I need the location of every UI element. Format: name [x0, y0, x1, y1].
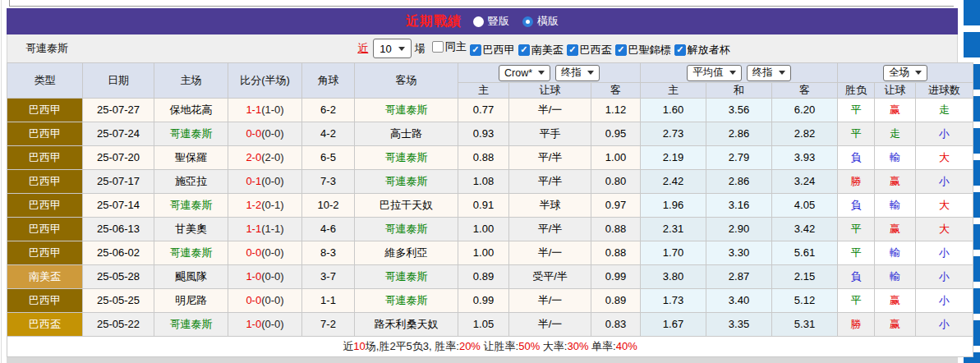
cell-date: 25-07-24	[83, 122, 154, 146]
summary-text: 大率:	[540, 340, 567, 352]
cell-handicap: 半/一	[509, 241, 591, 265]
filter-checkbox-item: ✓解放者杯	[674, 43, 730, 57]
summary-text: 近	[343, 340, 353, 352]
cell-date: 25-06-02	[83, 241, 154, 265]
checkbox-checked-icon[interactable]: ✓	[615, 44, 627, 56]
recent-count-select[interactable]: 10	[373, 39, 411, 58]
radio-selected-icon[interactable]	[522, 16, 533, 27]
results-table: 类型 日期 主场 比分(半场) 角球 客场 Crow* 终指	[7, 62, 973, 357]
sub-header-handicap: 让球	[509, 83, 591, 99]
cell-away-team: 哥連泰斯	[355, 289, 458, 313]
cell-away-team: 路禾利桑天奴	[355, 313, 458, 337]
results-tbody: 巴西甲25-07-27保地花高1-1(1-0)6-2哥連泰斯0.77半/一1.1…	[7, 99, 973, 337]
cell-score: 0-0(0-0)	[228, 122, 302, 146]
cell-result-goals: 走	[916, 99, 973, 122]
fulltime-select[interactable]: 全场	[883, 65, 927, 81]
cell-score: 0-0(0-0)	[228, 241, 302, 265]
col-header-corner: 角球	[302, 63, 355, 99]
filter-checkbox-item: ✓巴西盃	[567, 43, 612, 57]
cell-date: 25-05-22	[83, 313, 154, 337]
fulltime-score: 1-0	[246, 270, 261, 283]
cell-corners: 6-5	[302, 146, 355, 170]
cell-away-team: 哥連泰斯	[355, 99, 458, 122]
cell-avg-draw: 2.86	[706, 122, 772, 146]
radio-horizontal-label: 橫版	[537, 14, 559, 29]
fulltime-score: 1-1	[246, 103, 261, 116]
cell-handicap: 半球	[509, 194, 591, 218]
fulltime-score: 1-2	[246, 199, 261, 211]
cell-avg-home: 2.42	[641, 170, 706, 194]
cell-avg-home: 1.73	[641, 289, 706, 313]
cell-avg-home: 2.31	[641, 218, 706, 241]
titlebar: 近期戰績 豎版 橫版	[7, 8, 958, 34]
radio-unselected-icon[interactable]	[473, 16, 484, 27]
odds-time-select-1[interactable]: 终指	[555, 65, 600, 81]
cell-odds-away: 0.83	[591, 313, 641, 337]
fulltime-score: 0-0	[246, 127, 261, 140]
average-select[interactable]: 平均值	[687, 65, 742, 81]
cell-date: 25-05-25	[83, 289, 154, 313]
cell-result-wdl: 平	[838, 122, 875, 146]
summary-row: 近10场,胜2平5负3, 胜率:20% 让胜率:50% 大率:30% 单率:40…	[7, 337, 973, 357]
cell-result-wdl: 負	[838, 194, 875, 218]
cell-odds-home: 0.88	[458, 146, 509, 170]
cell-handicap: 半/一	[509, 289, 591, 313]
sub-header-odds-away: 客	[591, 83, 641, 99]
cell-home-team: 保地花高	[154, 99, 228, 122]
checkbox-checked-icon[interactable]: ✓	[470, 44, 481, 56]
chevron-down-icon	[915, 71, 922, 75]
bookmaker-select[interactable]: Crow*	[499, 65, 550, 81]
sub-header-goals-result: 进球数	[916, 83, 973, 99]
summary-stat-value: 50%	[518, 340, 540, 352]
cell-date: 25-07-14	[83, 194, 154, 218]
cell-away-team: 哥連泰斯	[355, 146, 458, 170]
cell-league-badge: 南美盃	[7, 265, 83, 289]
sub-header-handicap-result: 让球	[875, 83, 916, 99]
cell-result-wdl: 負	[838, 265, 875, 289]
halftime-score: (1-1)	[261, 223, 283, 235]
checkbox-checked-icon[interactable]: ✓	[674, 44, 686, 56]
cell-corners: 6-2	[302, 99, 355, 122]
cell-away-team: 維多利亞	[355, 241, 458, 265]
checkbox-checked-icon[interactable]: ✓	[567, 44, 578, 56]
cell-result-goals: 小	[916, 289, 973, 313]
cell-avg-away: 3.24	[772, 170, 838, 194]
checkbox-label: 巴西盃	[580, 43, 612, 57]
checkbox-unchecked-icon[interactable]	[432, 41, 444, 53]
fulltime-score: 1-0	[246, 318, 261, 330]
checkbox-checked-icon[interactable]: ✓	[518, 44, 530, 56]
cell-result-handicap: 赢	[875, 170, 916, 194]
summary-stat-value: 10	[353, 340, 365, 352]
cell-date: 25-07-17	[83, 170, 154, 194]
cell-avg-away: 4.05	[772, 194, 838, 218]
cell-avg-draw: 2.87	[706, 265, 772, 289]
chevron-down-icon	[538, 71, 545, 75]
table-row: 巴西甲25-07-24哥連泰斯0-0(0-0)4-2高士路0.93平手0.952…	[7, 122, 973, 146]
cell-odds-away: 0.89	[591, 289, 641, 313]
table-row: 巴西甲25-07-14哥連泰斯1-2(0-1)10-2巴拉干天奴0.91半球0.…	[7, 194, 973, 218]
cell-avg-away: 5.31	[772, 313, 838, 337]
cell-odds-home: 1.00	[458, 241, 509, 265]
cell-avg-draw: 2.79	[706, 146, 772, 170]
page-left-border	[1, 0, 2, 363]
cell-home-team: 哥連泰斯	[154, 241, 228, 265]
checkbox-label: 南美盃	[531, 43, 564, 57]
cell-avg-draw: 3.30	[706, 241, 772, 265]
cell-away-team: 哥連泰斯	[355, 265, 458, 289]
col-header-home: 主场	[154, 63, 228, 99]
cell-corners: 3-7	[302, 265, 355, 289]
recent-link[interactable]: 近	[357, 41, 368, 56]
radio-vertical-layout[interactable]: 豎版	[473, 14, 509, 29]
radio-vertical-label: 豎版	[488, 14, 509, 29]
cell-avg-home: 1.67	[641, 313, 706, 337]
recent-results-panel: 近期戰績 豎版 橫版 哥連泰斯 近 10 場 同主✓巴西甲✓南美盃✓巴西盃✓巴聖…	[7, 8, 958, 363]
cell-score: 1-1(1-0)	[228, 99, 302, 122]
table-row: 巴西甲25-07-27保地花高1-1(1-0)6-2哥連泰斯0.77半/一1.1…	[7, 99, 973, 122]
cell-result-wdl: 勝	[838, 170, 875, 194]
fulltime-score: 0-0	[246, 246, 261, 259]
chevron-down-icon	[779, 71, 785, 75]
odds-time-select-2[interactable]: 终指	[747, 65, 791, 81]
radio-horizontal-layout[interactable]: 橫版	[522, 14, 559, 29]
games-label: 場	[415, 41, 426, 56]
sub-header-wdl: 胜负	[838, 83, 875, 99]
